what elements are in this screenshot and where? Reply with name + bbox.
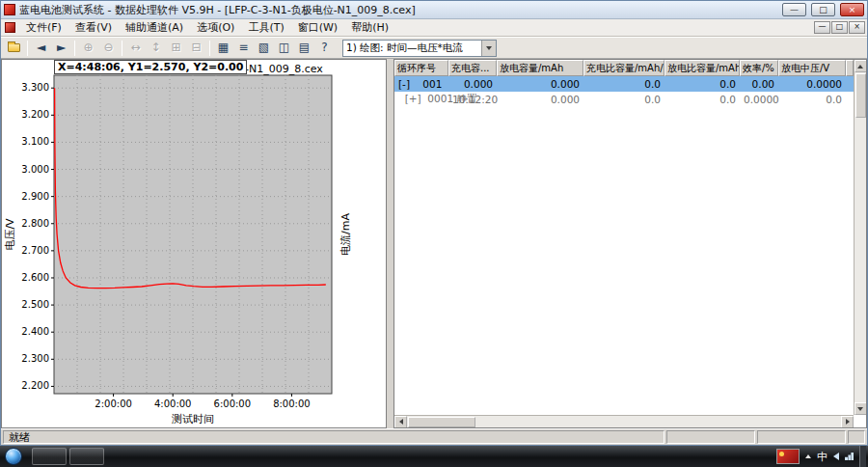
table-cell: 0.0 [665, 78, 740, 90]
column-header-4[interactable]: 放电比容量/mAh/g [665, 60, 740, 76]
taskbar: 中 [0, 446, 868, 467]
zoom-in-button[interactable]: ⊕ [78, 39, 98, 57]
voltage-time-chart[interactable]: 3.3003.2003.1003.0002.9002.8002.7002.600… [2, 60, 386, 427]
show-desktop-button[interactable] [859, 446, 866, 467]
combo-dropdown-button[interactable] [481, 41, 496, 56]
app-window: 蓝电电池测试系统 - 数据处理软件 V5.9H - [LFP-C-3-N1-负极… [0, 0, 868, 446]
forward-button[interactable]: ► [51, 39, 71, 57]
open-file-button[interactable] [4, 39, 24, 57]
svg-text:3.000: 3.000 [21, 164, 49, 175]
table-cell: 0.00 [740, 78, 778, 90]
table-row[interactable]: [-] 0010.0000.0000.00.00.000.0000 [394, 76, 854, 92]
table-cell: 0.000 [497, 94, 583, 105]
app-icon [4, 4, 15, 15]
status-panel-1 [666, 430, 755, 444]
svg-text:2.400: 2.400 [21, 326, 49, 337]
titlebar[interactable]: 蓝电电池测试系统 - 数据处理软件 V5.9H - [LFP-C-3-N1-负极… [1, 1, 867, 19]
input-method-indicator[interactable]: 中 [817, 452, 827, 462]
resize-grip [848, 430, 865, 444]
horizontal-scrollbar[interactable] [394, 415, 854, 427]
shrink-x-axis-button[interactable]: ⊟ [186, 39, 206, 57]
pan-horizontal-button[interactable]: ↔ [125, 39, 146, 57]
plot-type-value: 1) 绘图: 时间—电压*电流 [343, 41, 481, 55]
scroll-down-button[interactable] [854, 402, 867, 415]
split-view-button[interactable]: ◫ [274, 39, 294, 57]
arrow-up-icon [857, 65, 863, 69]
zoom-out-button[interactable]: ⊖ [98, 39, 119, 57]
mdi-minimize-button[interactable]: — [814, 21, 830, 34]
svg-text:6:00:00: 6:00:00 [214, 398, 252, 409]
arrow-down-icon [857, 407, 863, 411]
row-expander-cell[interactable]: [-] 001 [394, 78, 448, 90]
table-cell: 0.0000 [740, 94, 778, 105]
menu-view[interactable]: 查看(V) [68, 19, 119, 36]
minimize-button[interactable]: — [782, 3, 806, 16]
table-cell: 0.0000 [778, 78, 846, 90]
menu-tools[interactable]: 工具(T) [241, 19, 290, 36]
scroll-right-button[interactable] [841, 416, 854, 428]
scroll-left-button[interactable] [394, 416, 407, 428]
right-y-axis-title: 电流/mA [339, 213, 352, 256]
cycle-table-panel: 循环序号充电容...放电容量/mAh充电比容量/mAh/g放电比容量/mAh/g… [393, 59, 867, 428]
system-tray: 中 [776, 446, 868, 467]
svg-text:4:00:00: 4:00:00 [154, 398, 192, 409]
svg-text:2.300: 2.300 [21, 353, 49, 364]
svg-text:2.800: 2.800 [21, 218, 49, 229]
column-header-5[interactable]: 效率/% [740, 60, 778, 76]
column-header-0[interactable]: 循环序号 [394, 60, 448, 76]
status-panel-2 [757, 430, 846, 444]
maximize-button[interactable]: □ [811, 3, 835, 16]
menu-aux-channel[interactable]: 辅助通道(A) [119, 19, 190, 36]
chart-panel: 3.3003.2003.1003.0002.9002.8002.7002.600… [1, 59, 387, 428]
print-button[interactable]: ▤ [294, 39, 314, 57]
toolbar-buttons: ◄►⊕⊖↔↕⊞⊟▦≡▧◫▤? [4, 39, 335, 57]
expand-x-axis-button[interactable]: ⊞ [166, 39, 186, 57]
svg-text:3.100: 3.100 [21, 136, 49, 147]
vertical-scroll-thumb[interactable] [855, 73, 866, 118]
table-row[interactable]: [+] 0001 静置10:12:200.0000.00.00.00000.0 [394, 92, 854, 107]
grid-toggle-button[interactable]: ▦ [213, 39, 233, 57]
main-content: 3.3003.2003.1003.0002.9002.8002.7002.600… [1, 59, 867, 428]
toolbar-separator [122, 41, 122, 56]
statusbar: 就绪 [1, 428, 867, 445]
volume-icon[interactable] [833, 453, 839, 460]
menu-items: 文件(F)查看(V)辅助通道(A)选项(O)工具(T)窗口(W)帮助(H) [19, 19, 395, 36]
left-y-axis-title: 电压/V [4, 218, 16, 251]
mdi-close-button[interactable]: × [849, 21, 865, 34]
pan-vertical-button[interactable]: ↕ [146, 39, 166, 57]
curve-settings-button[interactable]: ▧ [254, 39, 274, 57]
menu-file[interactable]: 文件(F) [19, 19, 68, 36]
start-button[interactable] [5, 448, 22, 465]
scroll-up-button[interactable] [854, 60, 867, 72]
vertical-scrollbar[interactable] [854, 60, 866, 415]
hidden-icons-arrow[interactable] [805, 454, 811, 458]
table-cell: 0.0 [583, 78, 665, 90]
data-list-button[interactable]: ≡ [233, 39, 254, 57]
column-header-3[interactable]: 充电比容量/mAh/g [583, 60, 665, 76]
column-header-1[interactable]: 充电容... [448, 60, 497, 76]
tray-image-preview[interactable] [776, 449, 800, 464]
table-cell: 0.0 [665, 94, 740, 105]
plot-type-combobox[interactable]: 1) 绘图: 时间—电压*电流 [342, 40, 497, 57]
mdi-restore-button[interactable]: □ [831, 21, 848, 34]
horizontal-scroll-thumb[interactable] [408, 417, 475, 427]
menu-help[interactable]: 帮助(H) [344, 19, 395, 36]
taskbar-app-button[interactable] [32, 448, 67, 465]
x-axis-labels: 2:00:004:00:006:00:008:00:00 [95, 394, 310, 409]
arrow-right-icon [846, 419, 850, 425]
menu-window[interactable]: 窗口(W) [291, 19, 344, 36]
svg-text:2.600: 2.600 [21, 272, 49, 283]
svg-text:2.500: 2.500 [21, 299, 49, 310]
taskbar-app-button[interactable] [69, 448, 104, 465]
menu-options[interactable]: 选项(O) [190, 19, 241, 36]
menubar: 文件(F)查看(V)辅助通道(A)选项(O)工具(T)窗口(W)帮助(H) — … [1, 19, 867, 37]
back-button[interactable]: ◄ [31, 39, 51, 57]
column-header-2[interactable]: 放电容量/mAh [497, 60, 583, 76]
row-expander-cell[interactable]: [+] 0001 静置 [394, 93, 448, 106]
close-button[interactable]: × [840, 3, 864, 16]
svg-text:2.700: 2.700 [21, 245, 49, 256]
toolbar-separator [74, 41, 75, 56]
column-header-6[interactable]: 放电中压/V [778, 60, 846, 76]
network-icon[interactable] [845, 453, 854, 460]
help-button[interactable]: ? [314, 39, 335, 57]
